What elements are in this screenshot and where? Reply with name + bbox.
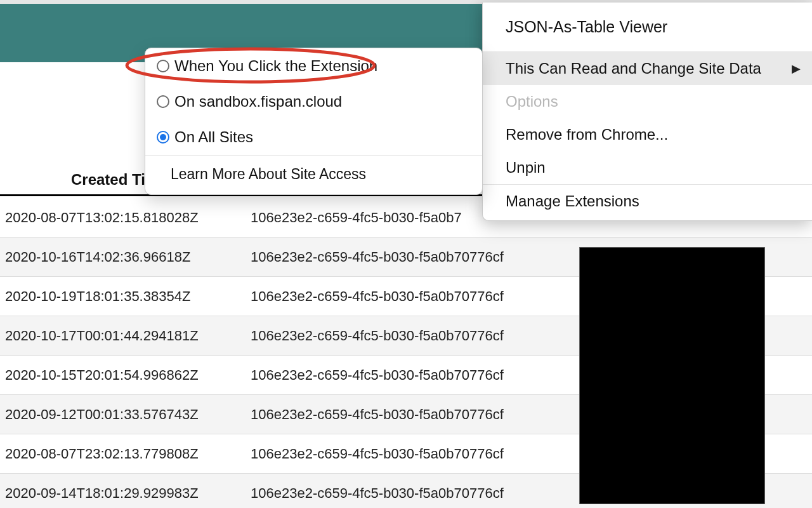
submenu-option-label: On All Sites — [174, 128, 253, 146]
cell-created: 2020-10-16T14:02:36.96618Z — [0, 249, 251, 265]
radio-icon-selected — [157, 131, 169, 144]
context-menu-title: JSON-As-Table Viewer — [483, 3, 812, 51]
menu-item-remove[interactable]: Remove from Chrome... — [483, 118, 812, 151]
submenu-option-label: On sandbox.fispan.cloud — [174, 93, 342, 110]
submenu-learn-more[interactable]: Learn More About Site Access — [145, 156, 482, 194]
menu-item-site-access[interactable]: This Can Read and Change Site Data ▶ — [483, 52, 812, 85]
site-access-submenu: When You Click the Extension On sandbox.… — [145, 48, 483, 195]
menu-item-options: Options — [483, 85, 812, 118]
menu-item-label: Options — [506, 93, 558, 110]
submenu-option-label: When You Click the Extension — [174, 57, 377, 75]
submenu-option-on-click[interactable]: When You Click the Extension — [145, 48, 482, 84]
extension-context-menu: JSON-As-Table Viewer This Can Read and C… — [482, 3, 812, 221]
column-header-created: Created Ti — [71, 171, 145, 189]
cell-created: 2020-10-15T20:01:54.996862Z — [0, 367, 251, 384]
submenu-learn-label: Learn More About Site Access — [171, 166, 366, 182]
radio-icon — [157, 95, 169, 108]
radio-icon — [157, 60, 169, 72]
cell-created: 2020-09-14T18:01:29.929983Z — [0, 485, 251, 502]
menu-item-label: This Can Read and Change Site Data — [506, 60, 761, 77]
menu-item-unpin[interactable]: Unpin — [483, 151, 812, 184]
cell-created: 2020-10-19T18:01:35.38354Z — [0, 288, 251, 305]
menu-item-label: Remove from Chrome... — [506, 126, 668, 143]
menu-item-label: Manage Extensions — [506, 192, 639, 210]
menu-item-label: Unpin — [506, 159, 546, 176]
cell-created: 2020-09-12T00:01:33.576743Z — [0, 406, 251, 423]
cell-created: 2020-08-07T23:02:13.779808Z — [0, 446, 251, 462]
submenu-option-on-site[interactable]: On sandbox.fispan.cloud — [145, 84, 482, 119]
submenu-option-all-sites[interactable]: On All Sites — [145, 119, 482, 155]
submenu-arrow-icon: ▶ — [792, 62, 801, 76]
menu-item-manage-extensions[interactable]: Manage Extensions — [483, 185, 812, 218]
redaction-box — [579, 247, 765, 504]
cell-created: 2020-08-07T13:02:15.818028Z — [0, 210, 251, 226]
cell-created: 2020-10-17T00:01:44.294181Z — [0, 328, 251, 344]
